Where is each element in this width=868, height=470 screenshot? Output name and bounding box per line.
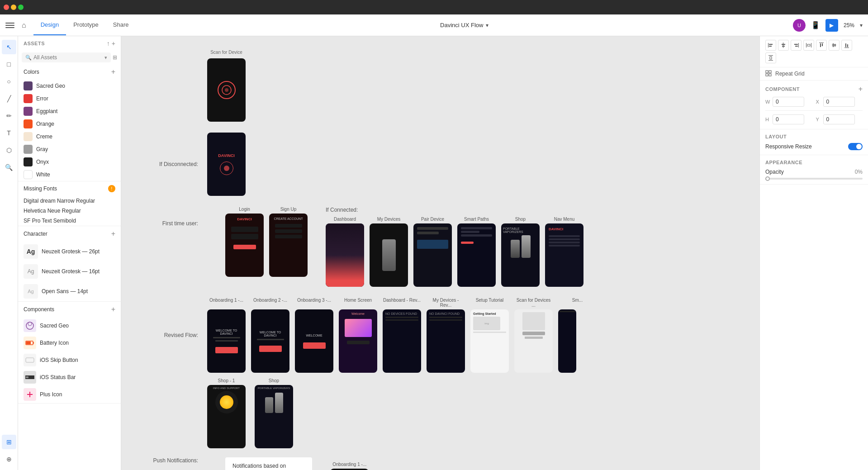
character-styles-add[interactable]: + xyxy=(111,230,115,238)
dropdown-icon[interactable]: ▾ xyxy=(104,55,107,61)
connected-phone-frames: PORTABLE VAPORIZERS DAVINCI xyxy=(326,223,583,287)
play-button[interactable]: ▶ xyxy=(825,19,838,32)
opacity-slider[interactable] xyxy=(765,178,863,180)
color-item-orange[interactable]: Orange xyxy=(18,118,121,130)
zoom-level[interactable]: 25% xyxy=(844,22,854,28)
minimize-button[interactable] xyxy=(11,5,16,10)
comp-icon-sacredgeo xyxy=(24,319,36,332)
assets-add-icon[interactable]: + xyxy=(112,40,115,47)
select-tool[interactable]: ↖ xyxy=(2,40,16,54)
color-item-sacredgeo[interactable]: Sacred Geo xyxy=(18,80,121,92)
line-tool[interactable]: ╱ xyxy=(2,91,16,106)
color-item-eggplant[interactable]: Eggplant xyxy=(18,105,121,118)
font-item-0[interactable]: Digital dream Narrow Regular xyxy=(18,196,121,206)
color-item-onyx[interactable]: Onyx xyxy=(18,156,121,168)
user-avatar[interactable]: U xyxy=(793,19,806,32)
plugins-tool[interactable]: ⊕ xyxy=(2,452,16,466)
device-icon[interactable]: 📱 xyxy=(811,21,820,29)
phone-frame-disconnected[interactable]: DAVINCI xyxy=(207,133,246,196)
comp-item-sacredgeo[interactable]: Sacred Geo xyxy=(18,317,121,334)
grid-view-toggle[interactable]: ⊞ xyxy=(113,54,117,61)
align-bottom-button[interactable] xyxy=(841,40,852,51)
phone-frame-rev-onb1[interactable]: WELCOME TO DAVINCI xyxy=(207,309,246,373)
maximize-button[interactable] xyxy=(18,5,24,10)
font-item-2[interactable]: SF Pro Text Semibold xyxy=(18,216,121,226)
phone-frame-dashrev[interactable]: NO DEVICES FOUND xyxy=(383,309,421,373)
dimension-fields: W X H Y xyxy=(765,97,863,124)
color-item-error[interactable]: Error xyxy=(18,92,121,105)
phone-frame-sm[interactable] xyxy=(558,309,576,373)
comp-item-battery[interactable]: Battery Icon xyxy=(18,334,121,351)
character-styles-header[interactable]: Character + xyxy=(18,226,121,242)
repeat-grid-button[interactable]: Repeat Grid xyxy=(760,67,868,81)
char-item-1[interactable]: Ag Neuzeit Grotesk — 16pt xyxy=(18,261,121,281)
svg-rect-19 xyxy=(794,44,798,45)
phone-frame-signup[interactable]: CREATE ACCOUNT xyxy=(269,214,308,277)
phone-frame-smartpaths[interactable] xyxy=(457,223,496,287)
phone-frame-pairdevice[interactable] xyxy=(413,223,452,287)
search-input[interactable] xyxy=(33,54,103,61)
zoom-tool[interactable]: 🔍 xyxy=(2,160,16,175)
pen-tool[interactable]: ✏ xyxy=(2,109,16,123)
assets-upload-icon[interactable]: ↑ xyxy=(107,40,110,47)
align-left-button[interactable] xyxy=(765,40,776,51)
comp-item-ios-skip[interactable]: iOS Skip Button xyxy=(18,351,121,369)
comp-item-plus[interactable]: Plus Icon xyxy=(18,386,121,403)
y-input[interactable] xyxy=(823,114,855,124)
project-title[interactable]: Davinci UX Flow xyxy=(440,22,483,28)
tab-design[interactable]: Design xyxy=(33,15,66,35)
char-item-2[interactable]: Ag Open Sans — 14pt xyxy=(18,281,121,301)
char-item-0[interactable]: Ag Neuzeit Grotesk — 26pt xyxy=(18,242,121,261)
colors-section-header[interactable]: Colors + xyxy=(18,64,121,80)
missing-fonts-header[interactable]: Missing Fonts ! xyxy=(18,181,121,196)
phone-frame-rev-onb2[interactable]: WELCOME TO DAVINCI xyxy=(251,309,289,373)
color-item-gray[interactable]: Gray xyxy=(18,143,121,156)
rectangle-tool[interactable]: □ xyxy=(2,57,16,71)
phone-frame-setuptut[interactable]: Getting Started img xyxy=(470,309,509,373)
w-input[interactable] xyxy=(773,97,804,107)
h-input[interactable] xyxy=(773,114,804,124)
align-center-v-button[interactable] xyxy=(829,40,840,51)
align-center-h-button[interactable] xyxy=(778,40,789,51)
align-top-button[interactable] xyxy=(816,40,827,51)
x-input[interactable] xyxy=(823,97,855,107)
close-button[interactable] xyxy=(4,5,9,10)
scan-frame[interactable] xyxy=(207,58,246,122)
responsive-resize-toggle[interactable] xyxy=(848,143,863,150)
component-add-button[interactable]: + xyxy=(859,85,863,93)
components-add[interactable]: + xyxy=(111,305,115,313)
layers-tool[interactable]: ⊞ xyxy=(2,435,16,449)
color-item-creme[interactable]: Creme xyxy=(18,130,121,143)
tab-prototype[interactable]: Prototype xyxy=(66,15,106,35)
phone-frame-mydevrev[interactable]: NO DAVINCI FOUND xyxy=(427,309,465,373)
zoom-dropdown-icon[interactable]: ▾ xyxy=(860,22,863,28)
phone-frame-shop[interactable]: PORTABLE VAPORIZERS xyxy=(501,223,540,287)
phone-frame-scanrev[interactable] xyxy=(514,309,553,373)
component-tool[interactable]: ⬡ xyxy=(2,143,16,157)
project-dropdown-icon[interactable]: ▾ xyxy=(486,22,489,28)
canvas-area[interactable]: Scan for Device If Disconnected: xyxy=(121,36,759,470)
color-item-white[interactable]: White xyxy=(18,168,121,181)
phone-frame-rev-onb3[interactable]: WELCOME xyxy=(295,309,333,373)
components-header[interactable]: Components + xyxy=(18,302,121,317)
phone-frame-homescreen[interactable]: Welcome xyxy=(339,309,377,373)
phone-frame-login[interactable]: DAVINCI xyxy=(225,214,264,277)
phone-frame-dashboard[interactable] xyxy=(326,223,364,287)
phone-frame-shop1[interactable]: INFO AND SUPPORT xyxy=(207,385,246,448)
colors-add-button[interactable]: + xyxy=(111,68,115,76)
phone-frame-navmenu[interactable]: DAVINCI xyxy=(545,223,583,287)
ellipse-tool[interactable]: ○ xyxy=(2,74,16,89)
revised-flow-label: Revised Flow: xyxy=(164,332,198,338)
tab-share[interactable]: Share xyxy=(106,15,136,35)
hamburger-button[interactable] xyxy=(5,23,14,28)
home-button[interactable]: ⌂ xyxy=(22,21,26,29)
align-distribute-v-button[interactable] xyxy=(765,52,776,63)
text-tool[interactable]: T xyxy=(2,126,16,140)
phone-frame-mydevices[interactable] xyxy=(370,223,408,287)
phone-frame-shop2[interactable]: PORTABLE VAPORIZERS xyxy=(255,385,293,448)
font-item-1[interactable]: Helvetica Neue Regular xyxy=(18,206,121,216)
comp-item-ios-status[interactable]: iOS Status Bar xyxy=(18,369,121,386)
align-right-button[interactable] xyxy=(791,40,802,51)
align-distribute-h-button[interactable] xyxy=(803,40,814,51)
svg-rect-31 xyxy=(845,43,846,47)
